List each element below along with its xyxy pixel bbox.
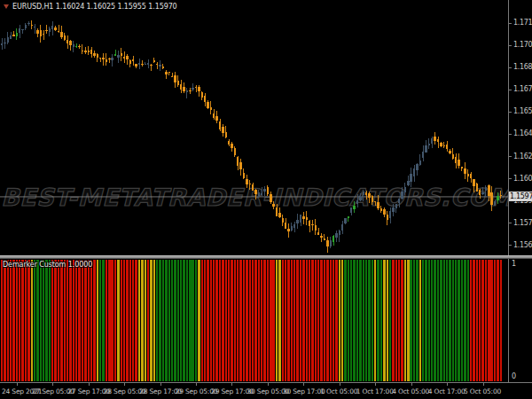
indicator-bar: [36, 260, 38, 381]
indicator-bar: [374, 260, 376, 381]
candle-body: [16, 33, 18, 35]
indicator-bar: [330, 260, 332, 381]
candle-body: [485, 187, 487, 191]
indicator-bar: [446, 260, 448, 381]
candle-body: [64, 35, 66, 41]
time-tick-label: 5 Oct 05:00: [464, 387, 501, 395]
indicator-bar: [428, 260, 430, 381]
price-axis-tick: [509, 112, 512, 113]
candle-body: [213, 113, 215, 118]
candle-body: [380, 208, 382, 211]
candle-body: [135, 64, 137, 66]
candle-body: [126, 56, 128, 59]
candle-body: [69, 41, 71, 45]
time-axis-tick: [160, 383, 161, 386]
indicator-bar: [225, 260, 227, 381]
indicator-bar: [267, 260, 269, 381]
indicator-bar: [156, 260, 158, 381]
price-tick-label: 1.15785: [513, 219, 532, 227]
price-axis-tick: [509, 245, 512, 246]
candle-body: [440, 143, 442, 146]
candle-body: [156, 64, 158, 65]
candle-body: [377, 202, 379, 209]
candle-body: [132, 59, 134, 61]
indicator-bar: [315, 260, 317, 381]
indicator-bar: [106, 260, 107, 381]
indicator-bar: [7, 260, 9, 381]
indicator-bar: [237, 260, 239, 381]
time-axis-tick: [231, 383, 232, 386]
indicator-bar: [189, 260, 191, 381]
indicator-bar: [494, 260, 496, 381]
price-axis-tick: [509, 223, 512, 223]
indicator-bar: [99, 260, 101, 381]
indicator-bar: [204, 260, 206, 381]
pane-divider[interactable]: [0, 255, 532, 259]
indicator-bar: [19, 260, 20, 381]
candle-body: [145, 64, 146, 65]
candle-body: [168, 72, 170, 73]
candle-body: [123, 57, 125, 58]
indicator-bar: [497, 260, 498, 381]
time-axis-tick: [340, 383, 340, 386]
candle-body: [210, 107, 212, 111]
indicator-bar: [398, 260, 400, 381]
candle-body: [261, 193, 262, 195]
indicator-bar: [132, 260, 134, 381]
indicator-bar: [287, 260, 289, 381]
candle-body: [111, 58, 113, 60]
indicator-bar: [49, 260, 51, 381]
indicator-bar: [291, 260, 293, 381]
candle-body: [428, 144, 430, 146]
candle-body: [207, 102, 208, 109]
indicator-bar: [387, 260, 388, 381]
candle-body: [383, 209, 385, 215]
chart-plot-area[interactable]: [0, 0, 532, 399]
indicator-bar: [395, 260, 397, 381]
candle-body: [348, 216, 349, 218]
candle-body: [58, 31, 59, 32]
candle-body: [189, 90, 191, 91]
candle-body: [455, 157, 457, 163]
candle-body: [387, 215, 388, 219]
candle-body: [204, 96, 206, 102]
price-axis-tick: [509, 23, 512, 24]
candle-body: [392, 207, 394, 212]
indicator-bar: [192, 260, 193, 381]
candle-body: [21, 29, 23, 30]
candle-body: [254, 190, 256, 194]
indicator-bar: [16, 260, 18, 381]
candle-body: [416, 164, 418, 169]
indicator-bar: [183, 260, 184, 381]
price-axis-tick: [509, 90, 512, 90]
candle-body: [159, 65, 160, 66]
chart-collapse-icon[interactable]: [4, 4, 9, 9]
indicator-bar: [82, 260, 83, 381]
indicator-bar: [270, 260, 271, 381]
candle-body: [237, 157, 239, 166]
candle-body: [365, 192, 367, 194]
candle-body: [162, 66, 164, 68]
indicator-bar: [111, 260, 113, 381]
candle-body: [66, 40, 68, 43]
indicator-bar: [60, 260, 62, 381]
candle-body: [249, 184, 251, 184]
mt4-chart-window: BEST-METATRADER-INDICATORS.COM 1.171801.…: [0, 0, 532, 399]
candle-body: [34, 27, 35, 27]
candle-body: [473, 179, 474, 187]
indicator-bar: [455, 260, 457, 381]
indicator-bar: [4, 260, 5, 381]
candle-body: [302, 216, 304, 219]
candle-body: [225, 132, 227, 138]
indicator-bar: [1, 260, 3, 381]
indicator-bar: [353, 260, 355, 381]
candle-body: [339, 231, 340, 235]
price-tick-label: 1.17025: [513, 41, 532, 49]
candle-body: [45, 30, 47, 31]
indicator-bar: [363, 260, 364, 381]
time-tick-label: 4 Oct 17:00: [428, 387, 466, 395]
time-axis[interactable]: 24 Sep 202127 Sep 05:0027 Sep 17:0028 Se…: [0, 382, 532, 399]
indicator-bar: [490, 260, 492, 381]
candle-body: [287, 229, 289, 232]
candle-body: [54, 27, 56, 30]
